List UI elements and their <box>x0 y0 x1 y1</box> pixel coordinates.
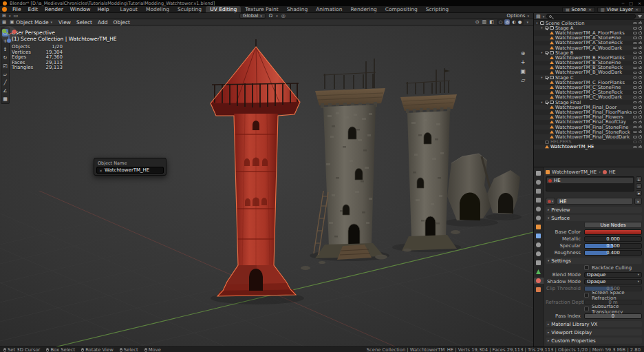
disable-in-render-icon[interactable] <box>638 91 642 94</box>
properties-tab-view-layer[interactable] <box>534 197 544 203</box>
disclosure-icon[interactable] <box>540 26 544 30</box>
hide-in-viewport-icon[interactable] <box>633 146 637 149</box>
collection-checkbox[interactable] <box>545 26 548 30</box>
disable-in-render-icon[interactable] <box>638 32 642 34</box>
panel-header-surface[interactable]: ▾Surface <box>546 215 642 221</box>
hide-in-viewport-icon[interactable] <box>633 37 637 39</box>
properties-tab-material[interactable] <box>534 278 544 284</box>
workspace-tab[interactable]: Compositing <box>381 6 422 12</box>
workspace-tab[interactable]: Shading <box>283 6 312 12</box>
outliner-row[interactable]: WatchtowerTM_HE <box>534 145 644 149</box>
properties-tab-scene[interactable] <box>534 206 544 212</box>
base-color-swatch[interactable] <box>584 229 642 235</box>
window-control-button[interactable]: □ <box>629 1 633 6</box>
workspace-tab[interactable]: Animation <box>312 6 346 12</box>
tool-rotate[interactable]: ↻ <box>2 54 8 61</box>
hide-in-viewport-icon[interactable] <box>633 106 637 109</box>
hide-in-viewport-icon[interactable] <box>633 32 637 34</box>
workspace-tab[interactable]: Rendering <box>346 6 380 12</box>
properties-tab-constraints[interactable] <box>534 260 544 266</box>
collection-checkbox[interactable] <box>545 101 548 104</box>
scene-selector[interactable]: ▤ Scene × <box>562 7 595 12</box>
workspace-tab[interactable]: Scripting <box>422 6 453 12</box>
disable-in-render-icon[interactable] <box>638 141 642 143</box>
browse-material-button[interactable]: ▾ <box>546 198 555 205</box>
menu-item[interactable]: Help <box>94 6 112 12</box>
disable-in-render-icon[interactable] <box>638 61 642 64</box>
disable-in-render-icon[interactable] <box>638 52 642 54</box>
move-view-icon[interactable]: + <box>520 59 526 65</box>
material-slot-row[interactable]: HE <box>547 178 633 183</box>
hide-in-viewport-icon[interactable] <box>633 121 637 124</box>
outliner-search-input[interactable] <box>546 14 636 19</box>
properties-tab-modifiers[interactable] <box>534 233 544 239</box>
viewport-editor-type-icon[interactable]: ▦ <box>2 19 6 25</box>
disable-in-render-icon[interactable] <box>638 126 642 129</box>
disable-in-render-icon[interactable] <box>638 27 642 30</box>
hide-in-viewport-icon[interactable] <box>633 111 637 114</box>
disable-in-render-icon[interactable] <box>638 106 642 109</box>
collection-checkbox[interactable] <box>545 76 548 79</box>
blender-menu-icon[interactable] <box>2 7 7 12</box>
tool-annotate[interactable]: ╱ <box>2 79 8 86</box>
disable-in-render-icon[interactable] <box>638 101 642 104</box>
disable-in-render-icon[interactable] <box>638 116 642 118</box>
hide-in-viewport-icon[interactable] <box>633 141 637 143</box>
disable-in-render-icon[interactable] <box>638 81 642 84</box>
backface-culling-checkbox[interactable]: Backface Culling <box>584 265 642 271</box>
viewport-menu-item[interactable]: Object <box>111 19 133 25</box>
properties-tab-texture[interactable] <box>534 287 544 293</box>
active-tool-icon[interactable]: ▭ <box>13 13 18 19</box>
properties-tab-world[interactable] <box>534 215 544 221</box>
editor-type-icon[interactable]: ⊞ <box>2 13 6 19</box>
metallic-slider[interactable]: 0.000 <box>584 236 642 242</box>
collapsed-panel-header[interactable]: ▸Material Library VX <box>546 321 642 327</box>
shading-rendered-icon[interactable]: ● <box>518 19 522 25</box>
tool-scale[interactable]: ◰ <box>2 62 8 70</box>
slot-button[interactable]: + <box>636 176 642 182</box>
menu-item[interactable]: Window <box>67 6 94 12</box>
viewport-menu-item[interactable]: Add <box>95 19 111 25</box>
properties-tab-render[interactable] <box>534 179 544 185</box>
properties-tab-physics[interactable] <box>534 251 544 257</box>
hide-in-viewport-icon[interactable] <box>633 76 637 79</box>
slot-button[interactable]: − <box>636 183 642 189</box>
hide-in-viewport-icon[interactable] <box>633 116 637 118</box>
clear-icon[interactable]: × <box>99 168 103 173</box>
object-name-input[interactable]: × WatchtowerTM_HE <box>96 167 164 174</box>
disable-in-render-icon[interactable] <box>638 42 642 45</box>
hide-in-viewport-icon[interactable] <box>633 67 637 70</box>
shadow-mode-select[interactable]: Opaque▾ <box>584 279 642 284</box>
disable-in-render-icon[interactable] <box>638 56 642 59</box>
proportional-editing-icon[interactable]: ◎ <box>281 13 286 19</box>
shading-material-icon[interactable]: ◐ <box>512 19 516 25</box>
disable-in-render-icon[interactable] <box>638 131 642 134</box>
blend-mode-select[interactable]: Opaque▾ <box>584 272 642 278</box>
shading-popover-icon[interactable]: ▾ <box>526 20 528 24</box>
disable-in-render-icon[interactable] <box>638 121 642 124</box>
disable-in-render-icon[interactable] <box>638 96 642 99</box>
tool-add-cube[interactable]: ▦ <box>2 95 8 103</box>
options-dropdown[interactable]: Options▾ <box>506 13 529 19</box>
workspace-tab[interactable]: Layout <box>116 6 142 12</box>
workspace-tab[interactable]: Modeling <box>142 6 173 12</box>
outliner-editor-icon[interactable]: ▤ <box>536 14 541 19</box>
disable-in-render-icon[interactable] <box>638 47 642 50</box>
view-layer-unlink-icon[interactable]: × <box>635 7 638 12</box>
snap-magnet-icon[interactable]: Ω <box>269 13 272 19</box>
transform-orientation-select[interactable]: Global▾ <box>239 13 266 19</box>
viewport-menu-item[interactable]: View <box>56 19 74 25</box>
hide-in-viewport-icon[interactable] <box>633 61 637 64</box>
navigation-gizmo[interactable] <box>0 25 18 43</box>
camera-view-icon[interactable]: ▣ <box>520 68 526 74</box>
use-nodes-button[interactable]: Use Nodes <box>584 222 642 228</box>
show-overlays-icon[interactable]: ▥ <box>482 19 487 25</box>
disclosure-icon[interactable] <box>540 76 544 79</box>
disclosure-icon[interactable] <box>540 101 544 104</box>
hide-in-viewport-icon[interactable] <box>633 86 637 89</box>
roughness-slider[interactable]: 0.400 <box>584 250 642 256</box>
menu-item[interactable]: Edit <box>25 6 42 12</box>
slot-button[interactable]: ▾ <box>636 190 642 196</box>
collection-checkbox[interactable] <box>545 51 548 54</box>
hide-in-viewport-icon[interactable] <box>633 126 637 129</box>
